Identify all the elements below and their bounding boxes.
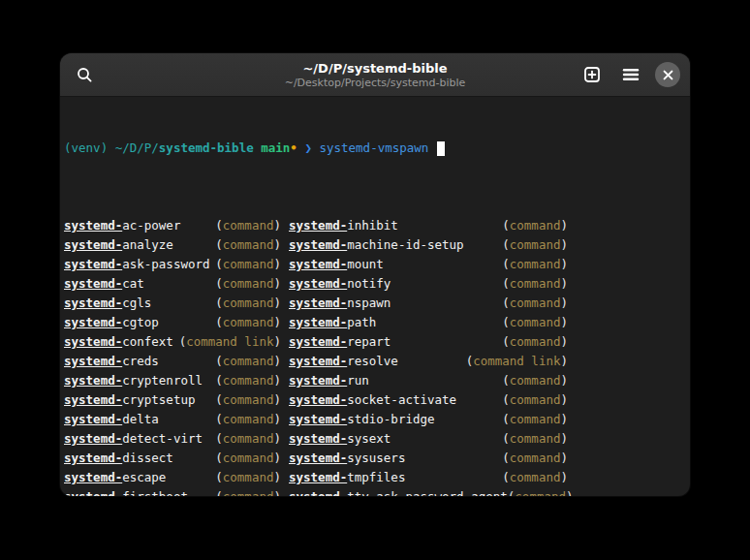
completion-kind: (command) [215, 235, 281, 255]
completion-item[interactable]: systemd-tmpfiles(command) [289, 468, 568, 487]
completion-item[interactable]: systemd-repart(command) [289, 332, 568, 352]
completion-list: systemd-ac-power(command)systemd-analyze… [64, 216, 686, 496]
completion-kind: (command) [502, 313, 568, 332]
close-icon [663, 70, 673, 80]
completion-kind: (command) [215, 352, 281, 371]
command-prefix: systemd- [289, 315, 347, 329]
completion-kind: (command) [215, 487, 281, 496]
typed-command: systemd-vmspawn [319, 139, 428, 158]
completion-item[interactable]: systemd-cryptenroll(command) [64, 371, 281, 390]
command-name: systemd-creds [64, 352, 159, 371]
command-name: systemd-resolve [289, 352, 398, 371]
completion-item[interactable]: systemd-socket-activate(command) [289, 390, 568, 410]
command-name: systemd-dissect [64, 449, 173, 468]
completion-item[interactable]: systemd-creds(command) [64, 352, 281, 371]
completion-item[interactable]: systemd-cat(command) [64, 274, 281, 294]
search-button[interactable] [70, 60, 99, 89]
completion-item[interactable]: systemd-firstboot(command) [64, 487, 281, 496]
command-name: systemd-cat [64, 274, 144, 294]
command-name: systemd-ask-password [64, 255, 210, 274]
completion-kind: (command) [215, 429, 281, 449]
completion-kind: (command) [502, 390, 568, 410]
command-prefix: systemd- [289, 257, 347, 271]
command-name: systemd-escape [64, 468, 166, 487]
completion-item[interactable]: systemd-detect-virt(command) [64, 429, 281, 449]
command-prefix: systemd- [64, 489, 122, 496]
completion-item[interactable]: systemd-confext(command link) [64, 332, 281, 352]
header-actions [578, 60, 680, 89]
completion-item[interactable]: systemd-escape(command) [64, 468, 281, 487]
command-name: systemd-confext [64, 332, 173, 352]
completion-kind: (command) [215, 468, 281, 487]
completion-item[interactable]: systemd-machine-id-setup(command) [289, 235, 568, 255]
command-name: systemd-mount [289, 255, 384, 274]
completion-item[interactable]: systemd-inhibit(command) [289, 216, 568, 235]
command-suffix: repart [347, 334, 391, 349]
completion-item[interactable]: systemd-path(command) [289, 313, 568, 332]
command-prefix: systemd- [64, 392, 122, 407]
command-prefix: systemd- [289, 296, 347, 310]
completion-kind: (command) [215, 294, 281, 313]
new-tab-button[interactable] [578, 60, 607, 89]
command-name: systemd-cgtop [64, 313, 159, 332]
completion-item[interactable]: systemd-ask-password(command) [64, 255, 281, 274]
command-prefix: systemd- [289, 373, 347, 388]
command-suffix: cryptsetup [122, 392, 195, 407]
command-prefix: systemd- [64, 334, 122, 349]
completion-item[interactable]: systemd-ac-power(command) [64, 216, 281, 235]
command-suffix: inhibit [347, 218, 398, 233]
command-suffix: sysext [347, 431, 391, 446]
completion-kind: (command link) [179, 332, 281, 352]
completion-item[interactable]: systemd-cgls(command) [64, 294, 281, 313]
completion-item[interactable]: systemd-run(command) [289, 371, 568, 390]
completion-item[interactable]: systemd-stdio-bridge(command) [289, 410, 568, 429]
completion-item[interactable]: systemd-dissect(command) [64, 449, 281, 468]
completion-item[interactable]: systemd-delta(command) [64, 410, 281, 429]
prompt-line: (venv) ~/D/P/systemd-bible main• ❯ syste… [64, 139, 686, 158]
terminal-content[interactable]: (venv) ~/D/P/systemd-bible main• ❯ syste… [60, 97, 690, 496]
completion-kind: (command) [502, 274, 568, 294]
command-name: systemd-detect-virt [64, 429, 203, 449]
command-suffix: tty-ask-password-agent [347, 489, 508, 496]
command-name: systemd-sysext [289, 429, 391, 449]
completion-item[interactable]: systemd-tty-ask-password-agent(command) [289, 487, 568, 496]
command-prefix: systemd- [64, 218, 122, 233]
command-name: systemd-machine-id-setup [289, 235, 464, 255]
completion-item[interactable]: systemd-nspawn(command) [289, 294, 568, 313]
close-button[interactable] [655, 62, 680, 87]
window-titles: ~/D/P/systemd-bible ~/Desktop/Projects/s… [285, 61, 466, 89]
command-name: systemd-stdio-bridge [289, 410, 435, 429]
command-suffix: path [347, 315, 376, 329]
command-name: systemd-nspawn [289, 294, 391, 313]
command-suffix: cgls [122, 296, 151, 310]
command-prefix: systemd- [289, 276, 347, 291]
command-prefix: systemd- [64, 276, 122, 291]
completion-item[interactable]: systemd-sysext(command) [289, 429, 568, 449]
completion-item[interactable]: systemd-notify(command) [289, 274, 568, 294]
command-suffix: creds [122, 354, 159, 368]
completion-item[interactable]: systemd-sysusers(command) [289, 449, 568, 468]
completion-kind: (command) [502, 294, 568, 313]
command-prefix: systemd- [289, 392, 347, 407]
command-suffix: sysusers [347, 451, 405, 465]
command-prefix: systemd- [64, 315, 122, 329]
menu-button[interactable] [616, 60, 645, 89]
command-prefix: systemd- [64, 373, 122, 388]
completion-item[interactable]: systemd-analyze(command) [64, 235, 281, 255]
command-prefix: systemd- [64, 296, 122, 310]
completion-kind: (command) [502, 255, 568, 274]
hamburger-menu-icon [622, 68, 640, 81]
command-prefix: systemd- [64, 354, 122, 368]
command-name: systemd-delta [64, 410, 159, 429]
completion-item[interactable]: systemd-cryptsetup(command) [64, 390, 281, 410]
command-name: systemd-analyze [64, 235, 173, 255]
completion-kind: (command) [215, 390, 281, 410]
completion-item[interactable]: systemd-mount(command) [289, 255, 568, 274]
completion-item[interactable]: systemd-cgtop(command) [64, 313, 281, 332]
header-bar: ~/D/P/systemd-bible ~/Desktop/Projects/s… [60, 53, 690, 97]
venv-indicator: (venv) [64, 139, 108, 158]
search-icon [77, 67, 93, 83]
command-suffix: firstboot [122, 489, 188, 496]
completion-item[interactable]: systemd-resolve(command link) [289, 352, 568, 371]
prompt-path-repo: systemd-bible [159, 139, 254, 158]
